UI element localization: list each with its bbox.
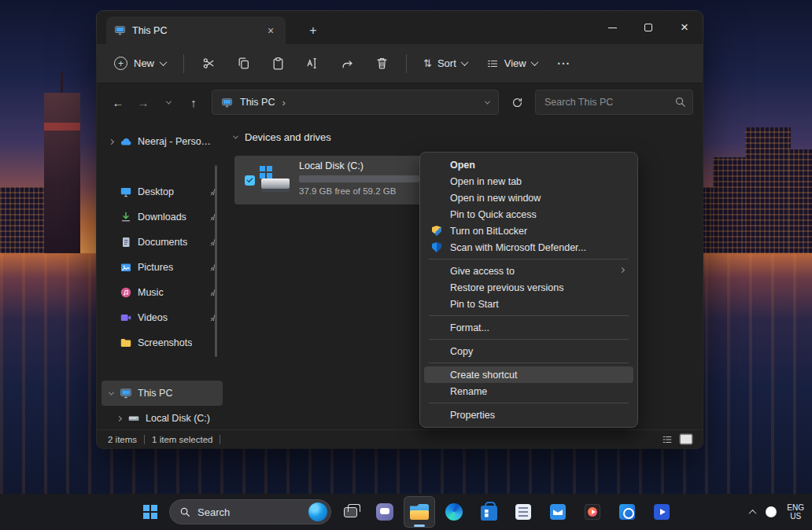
sidebar-item-label: Documents	[138, 237, 187, 248]
checkbox-checked[interactable]	[245, 175, 255, 186]
tab-close-icon[interactable]: ×	[264, 24, 278, 38]
share-button[interactable]	[332, 50, 362, 77]
region-code: US	[787, 512, 804, 521]
menu-item-format[interactable]: Format...	[424, 319, 633, 336]
file-explorer-button[interactable]	[404, 496, 435, 528]
recent-locations-button[interactable]	[157, 90, 180, 114]
sidebar-item-downloads[interactable]: Downloads	[102, 204, 223, 230]
menu-item-rename[interactable]: Rename	[424, 383, 633, 399]
share-icon	[341, 57, 354, 70]
paste-button[interactable]	[263, 50, 293, 77]
cut-button[interactable]	[194, 50, 223, 77]
sidebar-item-label: Local Disk (C:)	[146, 413, 210, 424]
sidebar-item-screenshots[interactable]: Screenshots	[102, 330, 223, 355]
store-button[interactable]	[473, 496, 504, 528]
sidebar-item-label: This PC	[138, 388, 172, 399]
sort-button[interactable]: ⇅ Sort	[416, 50, 474, 77]
status-bar: 2 items 1 item selected	[97, 429, 703, 448]
title-bar: This PC × + ×	[97, 11, 703, 44]
wallpaper-building	[0, 187, 49, 259]
calculator-icon	[515, 504, 531, 520]
copy-icon	[237, 57, 250, 70]
wallpaper-building	[788, 149, 812, 259]
sidebar-item-documents[interactable]: Documents	[102, 230, 223, 255]
address-dropdown-icon[interactable]	[485, 98, 490, 104]
menu-item-open-in-new-window[interactable]: Open in new window	[424, 190, 633, 206]
new-button[interactable]: + New	[106, 50, 174, 77]
large-icons-view-icon[interactable]	[681, 435, 692, 444]
music-icon	[120, 286, 132, 299]
this-pc-icon	[221, 97, 233, 109]
sidebar-item-videos[interactable]: Videos	[102, 305, 223, 330]
new-tab-button[interactable]: +	[303, 20, 323, 41]
menu-item-open-in-new-tab[interactable]: Open in new tab	[424, 173, 633, 190]
menu-item-open[interactable]: Open	[424, 156, 633, 173]
chevron-down-icon	[108, 389, 113, 395]
back-button[interactable]: ←	[106, 90, 130, 114]
chat-button[interactable]	[369, 496, 400, 528]
breadcrumb-item[interactable]: This PC	[240, 97, 275, 108]
task-view-button[interactable]	[334, 496, 366, 528]
sidebar-item-local-disk-c[interactable]: Local Disk (C:)	[102, 406, 223, 431]
menu-item-copy[interactable]: Copy	[424, 343, 633, 359]
wallpaper-lighthouse	[44, 93, 80, 256]
sidebar-item-this-pc[interactable]: This PC	[102, 381, 223, 406]
command-bar: + New	[97, 44, 703, 83]
system-tray: ENG US	[750, 494, 804, 530]
taskbar: Search ENG US	[0, 494, 812, 530]
copy-button[interactable]	[228, 50, 258, 77]
close-button[interactable]: ×	[666, 11, 703, 44]
menu-item-create-shortcut[interactable]: Create shortcut	[424, 366, 633, 383]
details-view-icon[interactable]	[662, 434, 673, 445]
refresh-icon	[511, 97, 523, 109]
refresh-button[interactable]	[505, 90, 529, 114]
up-button[interactable]: ↑	[182, 90, 205, 114]
section-header-devices-and-drives[interactable]: Devices and drives	[234, 131, 331, 143]
menu-item-pin-to-quick-access[interactable]: Pin to Quick access	[424, 206, 633, 223]
tray-expand-button[interactable]	[750, 510, 755, 515]
movies-button[interactable]	[646, 496, 677, 528]
menu-item-scan-with-defender[interactable]: Scan with Microsoft Defender...	[424, 239, 633, 256]
paste-icon	[271, 57, 285, 70]
sidebar-scrollbar[interactable]	[215, 165, 217, 357]
drive-free-space: 37.9 GB free of 59.2 GB	[299, 186, 396, 196]
search-input[interactable]	[536, 90, 692, 114]
edge-button[interactable]	[438, 496, 470, 528]
sidebar-item-desktop[interactable]: Desktop	[102, 179, 223, 204]
store-icon	[481, 506, 497, 521]
folder-icon	[120, 337, 132, 349]
tray-status-icon[interactable]	[766, 506, 777, 517]
sidebar-item-onedrive[interactable]: Neeraj - Personal	[102, 129, 223, 154]
menu-item-restore-previous-versions[interactable]: Restore previous versions	[424, 279, 633, 296]
menu-item-pin-to-start[interactable]: Pin to Start	[424, 296, 633, 312]
this-pc-icon	[114, 24, 126, 36]
view-button[interactable]: View	[479, 50, 544, 77]
sidebar-item-music[interactable]: Music	[102, 280, 223, 305]
tab-this-pc[interactable]: This PC ×	[106, 17, 286, 44]
language-indicator[interactable]: ENG US	[787, 503, 804, 521]
mail-button[interactable]	[542, 496, 574, 528]
calculator-button[interactable]	[507, 496, 539, 528]
maximize-button[interactable]	[630, 11, 666, 44]
media-player-button[interactable]	[577, 496, 608, 528]
rename-button[interactable]	[297, 50, 327, 77]
menu-item-turn-on-bitlocker[interactable]: Turn on BitLocker	[424, 223, 633, 239]
delete-button[interactable]	[367, 50, 397, 77]
photos-button[interactable]	[611, 496, 643, 528]
window-controls: ×	[594, 11, 703, 44]
breadcrumb[interactable]: This PC ›	[212, 90, 499, 115]
sidebar-item-pictures[interactable]: Pictures	[102, 255, 223, 280]
forward-button[interactable]: →	[131, 90, 155, 114]
minimize-button[interactable]	[594, 11, 630, 44]
sidebar-item-label: Downloads	[138, 212, 186, 223]
menu-item-properties[interactable]: Properties	[424, 407, 633, 423]
plus-icon: +	[114, 57, 127, 70]
drive-usage-bar	[299, 175, 419, 182]
menu-item-give-access-to[interactable]: Give access to	[424, 263, 633, 279]
start-button[interactable]	[135, 496, 166, 528]
breadcrumb-separator: ›	[282, 97, 285, 109]
more-options-button[interactable]: ···	[549, 50, 579, 77]
search-box	[535, 90, 693, 115]
chevron-down-icon	[165, 98, 171, 104]
taskbar-search[interactable]: Search	[169, 499, 331, 524]
